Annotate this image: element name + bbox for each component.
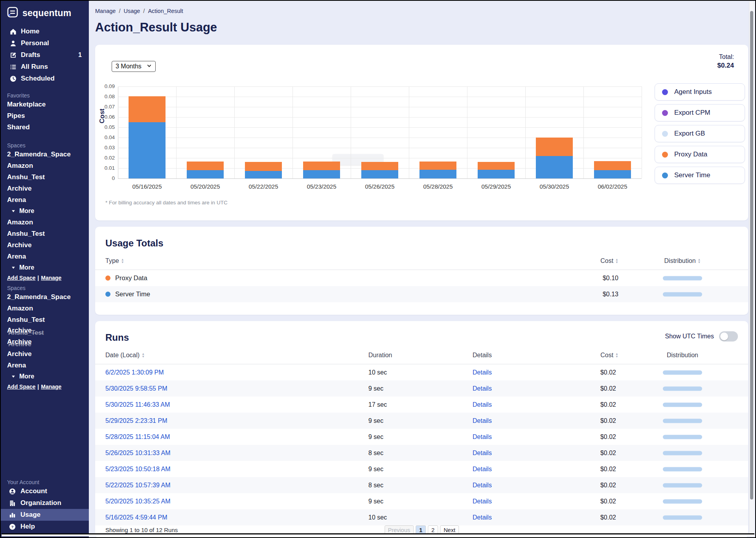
run-details-link[interactable]: Details bbox=[473, 498, 492, 505]
bar-segment-proxy-data bbox=[245, 162, 282, 171]
run-date-link[interactable]: 5/29/2025 2:23:31 PM bbox=[105, 417, 167, 424]
space-item-2-ramendra-space[interactable]: 2_Ramendra_Space bbox=[1, 291, 89, 303]
column-header-distribution[interactable]: Distribution▲▼ bbox=[647, 257, 718, 264]
sidebar-item-scheduled[interactable]: Scheduled bbox=[1, 73, 89, 84]
space-item-arena[interactable]: Arena bbox=[1, 251, 89, 262]
column-header-type[interactable]: Type▲▼ bbox=[105, 257, 124, 264]
run-date-link[interactable]: 5/30/2025 11:46:33 AM bbox=[105, 401, 170, 408]
run-duration: 9 sec bbox=[368, 385, 383, 392]
run-distribution-bar bbox=[663, 515, 702, 520]
run-date-link[interactable]: 5/30/2025 9:58:55 PM bbox=[105, 385, 167, 392]
account-item-help[interactable]: ?Help bbox=[1, 521, 89, 532]
total-value: $0.24 bbox=[717, 62, 734, 70]
space-item-anshu-test[interactable]: Anshu_Test bbox=[1, 171, 89, 183]
space-item-anshu-test[interactable]: Anshu_Test bbox=[1, 314, 89, 325]
account-item-usage[interactable]: Usage bbox=[1, 509, 89, 521]
bar-05-20-2025[interactable] bbox=[187, 162, 224, 178]
bar-05-28-2025[interactable] bbox=[419, 162, 456, 178]
run-details-link[interactable]: Details bbox=[473, 385, 492, 392]
space-item-glitch[interactable]: Anshu_TestArchive bbox=[1, 325, 89, 337]
sidebar-item-drafts[interactable]: Drafts1 bbox=[1, 49, 89, 61]
sidebar-item-home[interactable]: Home bbox=[1, 26, 89, 37]
favorite-item-marketplace[interactable]: Marketplace bbox=[1, 99, 89, 110]
space-item-anshu-test[interactable]: Anshu_Test bbox=[1, 228, 89, 239]
run-date-link[interactable]: 5/16/2025 4:59:44 PM bbox=[105, 514, 167, 521]
bar-05-23-2025[interactable] bbox=[303, 162, 340, 178]
run-date-link[interactable]: 5/26/2025 10:31:33 AM bbox=[105, 450, 170, 457]
scrollbar-thumb[interactable] bbox=[750, 11, 753, 499]
more-label: More bbox=[19, 373, 34, 380]
breadcrumb-item-manage[interactable]: Manage bbox=[95, 8, 116, 14]
usage-cost-value: $0.13 bbox=[603, 291, 618, 298]
column-header-date-local[interactable]: Date (Local)▲▼ bbox=[105, 352, 145, 359]
add-space-link[interactable]: Add Space bbox=[7, 384, 35, 390]
favorite-item-pipes[interactable]: Pipes bbox=[1, 110, 89, 121]
spaces-more-button[interactable]: More bbox=[1, 262, 89, 273]
account-item-organization[interactable]: Organization bbox=[1, 497, 89, 509]
space-item-archive[interactable]: Archive bbox=[1, 183, 89, 194]
run-date-link[interactable]: 5/23/2025 10:50:18 AM bbox=[105, 466, 170, 473]
space-item-glitch[interactable]: ArchiveArchive bbox=[1, 337, 89, 348]
main-content: Manage/Usage/Action_Result Action_Result… bbox=[89, 1, 755, 538]
breadcrumb-item-usage[interactable]: Usage bbox=[123, 8, 140, 14]
breadcrumb-item-action-result[interactable]: Action_Result bbox=[148, 8, 183, 14]
manage-spaces-link[interactable]: Manage bbox=[41, 275, 61, 281]
run-date-link[interactable]: 6/2/2025 1:30:09 PM bbox=[105, 369, 164, 376]
legend-item-server-time[interactable]: Server Time bbox=[655, 167, 745, 184]
run-details-link[interactable]: Details bbox=[473, 369, 492, 376]
bar-05-26-2025[interactable] bbox=[361, 162, 398, 178]
space-item-amazon[interactable]: Amazon bbox=[1, 303, 89, 314]
spaces-more-button[interactable]: More bbox=[1, 206, 89, 217]
run-details-link[interactable]: Details bbox=[473, 482, 492, 489]
run-cost-value: $0.02 bbox=[600, 385, 616, 392]
spaces-more-button[interactable]: More bbox=[1, 371, 89, 382]
bar-05-22-2025[interactable] bbox=[245, 162, 282, 178]
legend-item-export-cpm[interactable]: Export CPM bbox=[655, 104, 745, 121]
manage-spaces-link[interactable]: Manage bbox=[41, 384, 61, 390]
sidebar-item-personal[interactable]: Personal bbox=[1, 37, 89, 49]
run-details-link[interactable]: Details bbox=[473, 433, 492, 441]
legend-item-agent-inputs[interactable]: Agent Inputs bbox=[655, 83, 745, 101]
bar-06-02-2025[interactable] bbox=[594, 161, 631, 178]
column-header-cost[interactable]: Cost▲▼ bbox=[600, 352, 618, 359]
space-item-archive[interactable]: Archive bbox=[1, 348, 89, 360]
utc-toggle[interactable] bbox=[719, 331, 738, 342]
column-header-cost[interactable]: Cost▲▼ bbox=[600, 257, 618, 264]
space-item-arena[interactable]: Arena bbox=[1, 194, 89, 206]
run-distribution-bar bbox=[663, 386, 702, 391]
brand-logo[interactable]: sequentum bbox=[1, 1, 89, 22]
bar-05-29-2025[interactable] bbox=[478, 162, 515, 178]
add-space-link[interactable]: Add Space bbox=[7, 275, 35, 281]
date-range-select[interactable]: 3 Months bbox=[112, 61, 156, 72]
space-item-2-ramendra-space[interactable]: 2_Ramendra_Space bbox=[1, 149, 89, 160]
y-axis-tick-label: 0.04 bbox=[97, 134, 115, 140]
run-details-link[interactable]: Details bbox=[473, 466, 492, 473]
legend-item-proxy-data[interactable]: Proxy Data bbox=[655, 146, 745, 163]
legend-item-export-gb[interactable]: Export GB bbox=[655, 125, 745, 142]
run-date-link[interactable]: 5/22/2025 10:57:39 AM bbox=[105, 482, 170, 489]
chevron-down-icon bbox=[147, 63, 152, 70]
run-row: 5/16/2025 4:59:44 PM10 secDetails$0.02 bbox=[95, 509, 748, 525]
run-date-link[interactable]: 5/28/2025 11:15:04 AM bbox=[105, 433, 170, 441]
account-item-account[interactable]: Account bbox=[1, 485, 89, 497]
runs-card: Runs Show UTC Times Date (Local)▲▼Durati… bbox=[95, 321, 748, 538]
more-label: More bbox=[19, 207, 34, 215]
run-cost-value: $0.02 bbox=[600, 514, 616, 521]
run-details-link[interactable]: Details bbox=[473, 401, 492, 408]
run-details-link[interactable]: Details bbox=[473, 417, 492, 424]
run-details-link[interactable]: Details bbox=[473, 514, 492, 521]
clock-icon bbox=[9, 75, 17, 83]
bar-05-16-2025[interactable] bbox=[129, 96, 166, 178]
run-details-link[interactable]: Details bbox=[473, 450, 492, 457]
run-date-link[interactable]: 5/20/2025 10:35:25 AM bbox=[105, 498, 170, 505]
run-distribution-bar bbox=[663, 402, 702, 407]
sort-icon: ▲▼ bbox=[615, 258, 618, 264]
space-item-arena[interactable]: Arena bbox=[1, 360, 89, 371]
vertical-scrollbar[interactable] bbox=[749, 2, 754, 533]
space-item-archive[interactable]: Archive bbox=[1, 239, 89, 251]
bar-05-30-2025[interactable] bbox=[536, 138, 573, 178]
sidebar-item-all-runs[interactable]: All Runs bbox=[1, 61, 89, 73]
space-item-amazon[interactable]: Amazon bbox=[1, 217, 89, 228]
favorite-item-shared[interactable]: Shared bbox=[1, 121, 89, 133]
space-item-amazon[interactable]: Amazon bbox=[1, 160, 89, 171]
